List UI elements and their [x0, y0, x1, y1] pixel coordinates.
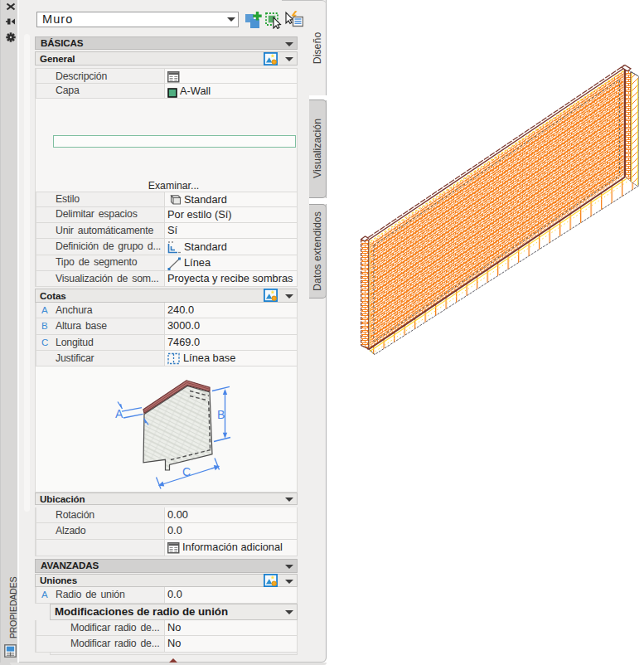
- svg-text:C: C: [182, 465, 191, 478]
- svg-text:B: B: [217, 408, 225, 421]
- svg-text:A: A: [115, 407, 123, 420]
